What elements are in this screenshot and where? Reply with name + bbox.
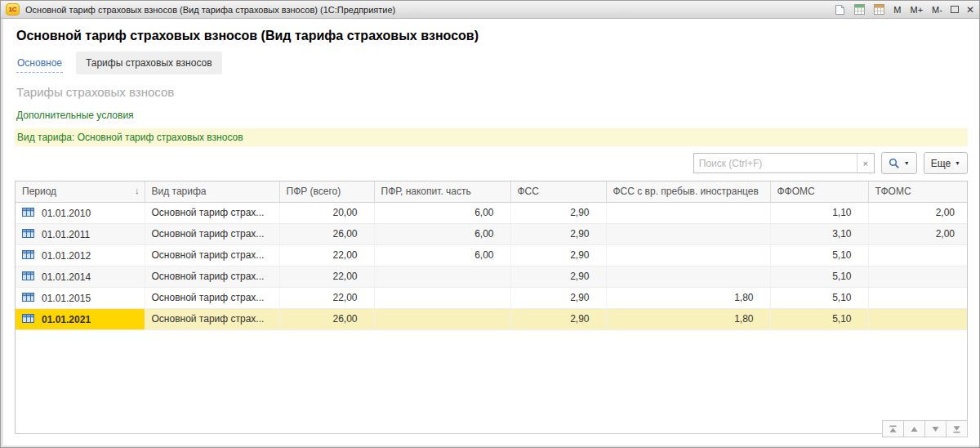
record-icon (22, 293, 34, 304)
memory-m-button[interactable]: M (893, 5, 902, 15)
period-cell[interactable]: 01.01.2011 (16, 223, 145, 244)
period-cell[interactable]: 01.01.2015 (16, 287, 145, 308)
tariff-kind-cell[interactable]: Основной тариф страх... (145, 202, 279, 223)
value-cell[interactable]: 2,00 (868, 223, 968, 244)
value-cell[interactable]: 2,00 (868, 202, 968, 223)
tariff-kind-cell[interactable]: Основной тариф страх... (145, 308, 279, 329)
tab-tariffs[interactable]: Тарифы страховых взносов (76, 52, 222, 74)
filter-bar: Вид тарифа: Основной тариф страховых взн… (15, 128, 968, 146)
period-value: 01.01.2015 (42, 292, 91, 303)
maximize-button[interactable] (951, 6, 959, 13)
table-row[interactable]: 01.01.2014Основной тариф страх...22,002,… (16, 266, 968, 287)
value-cell[interactable]: 5,10 (770, 244, 868, 266)
tariff-kind-cell[interactable]: Основной тариф страх... (145, 266, 279, 287)
list-toolbar: × ▼ Еще ▼ (3, 152, 968, 174)
value-cell[interactable] (374, 287, 510, 308)
memory-m-minus-button[interactable]: M- (931, 5, 943, 15)
tariff-kind-cell[interactable]: Основной тариф страх... (145, 244, 279, 266)
value-cell[interactable]: 22,00 (279, 287, 374, 308)
value-cell[interactable] (868, 308, 968, 329)
column-header[interactable]: Вид тарифа (145, 181, 279, 202)
value-cell[interactable]: 5,10 (770, 266, 868, 287)
value-cell[interactable]: 2,90 (510, 266, 606, 287)
table-row[interactable]: 01.01.2010Основной тариф страх...20,006,… (16, 202, 968, 223)
value-cell[interactable] (606, 223, 770, 244)
go-last-button[interactable] (946, 420, 968, 437)
nav-tabs: Основное Тарифы страховых взносов (16, 52, 979, 74)
value-cell[interactable]: 6,00 (374, 223, 510, 244)
value-cell[interactable] (374, 308, 510, 329)
value-cell[interactable]: 2,90 (510, 202, 606, 223)
value-cell[interactable] (606, 266, 770, 287)
1c-logo-icon: 1С (6, 3, 20, 16)
table-icon[interactable] (853, 4, 866, 16)
additional-conditions-link[interactable]: Дополнительные условия (16, 110, 979, 121)
sort-descending-icon: ↓ (135, 186, 140, 195)
column-header[interactable]: ПФР, накопит. часть (374, 181, 510, 202)
window-title: Основной тариф страховых взносов (Вид та… (25, 5, 395, 15)
table-row[interactable]: 01.01.2012Основной тариф страх...22,006,… (16, 244, 968, 266)
tariff-kind-cell[interactable]: Основной тариф страх... (145, 287, 279, 308)
calendar-icon[interactable] (873, 4, 885, 16)
value-cell[interactable]: 5,10 (770, 287, 868, 308)
value-cell[interactable]: 20,00 (279, 202, 374, 223)
page-down-button[interactable] (924, 420, 947, 437)
list-pagination (883, 420, 968, 437)
value-cell[interactable]: 2,90 (510, 244, 606, 266)
period-value: 01.01.2014 (42, 271, 91, 282)
page-up-button[interactable] (903, 420, 925, 437)
value-cell[interactable]: 3,10 (770, 223, 868, 244)
column-header[interactable]: ФСС (510, 181, 606, 202)
period-cell[interactable]: 01.01.2021 (16, 308, 145, 329)
memory-m-plus-button[interactable]: M+ (910, 5, 924, 15)
period-value: 01.01.2011 (42, 228, 90, 240)
period-cell[interactable]: 01.01.2014 (16, 266, 145, 287)
value-cell[interactable] (868, 244, 968, 266)
value-cell[interactable] (606, 202, 770, 223)
table-row[interactable]: 01.01.2015Основной тариф страх...22,002,… (16, 287, 968, 308)
value-cell[interactable] (868, 266, 968, 287)
value-cell[interactable] (606, 244, 770, 266)
more-button[interactable]: Еще ▼ (924, 152, 968, 174)
period-value: 01.01.2012 (42, 249, 91, 261)
value-cell[interactable]: 22,00 (279, 244, 374, 266)
tab-main[interactable]: Основное (16, 54, 63, 73)
document-icon[interactable] (834, 4, 846, 16)
value-cell[interactable]: 2,90 (510, 308, 606, 329)
column-header[interactable]: Период↓ (16, 181, 145, 202)
column-header[interactable]: ФФОМС (770, 181, 868, 202)
search-input[interactable] (694, 154, 857, 172)
value-cell[interactable]: 22,00 (279, 266, 374, 287)
tariff-kind-cell[interactable]: Основной тариф страх... (145, 223, 279, 244)
period-cell[interactable]: 01.01.2010 (16, 202, 145, 223)
value-cell[interactable]: 26,00 (279, 223, 374, 244)
value-cell[interactable]: 26,00 (279, 308, 374, 329)
close-button[interactable]: ✕ (966, 5, 974, 15)
value-cell[interactable]: 1,80 (606, 308, 770, 329)
column-header[interactable]: ТФОМС (868, 181, 968, 202)
column-header[interactable]: ФСС с вр. пребыв. иностранцев (606, 181, 770, 202)
value-cell[interactable] (374, 266, 510, 287)
chevron-down-icon: ▼ (904, 160, 910, 166)
value-cell[interactable]: 1,10 (770, 202, 868, 223)
page-title: Основной тариф страховых взносов (Вид та… (16, 29, 979, 43)
period-value: 01.01.2021 (42, 313, 91, 325)
period-cell[interactable]: 01.01.2012 (16, 244, 145, 266)
go-first-button[interactable] (882, 420, 904, 437)
clear-search-button[interactable]: × (857, 154, 874, 172)
search-settings-button[interactable]: ▼ (881, 152, 917, 174)
column-header[interactable]: ПФР (всего) (279, 181, 374, 202)
value-cell[interactable]: 1,80 (606, 287, 770, 308)
value-cell[interactable]: 2,90 (510, 287, 606, 308)
value-cell[interactable]: 5,10 (770, 308, 868, 329)
table-row[interactable]: 01.01.2021Основной тариф страх...26,002,… (16, 308, 968, 329)
period-value: 01.01.2010 (42, 207, 91, 218)
value-cell[interactable] (868, 287, 968, 308)
magnifier-icon (889, 158, 900, 169)
tariffs-table: Период↓Вид тарифаПФР (всего)ПФР, накопит… (15, 181, 968, 434)
value-cell[interactable]: 6,00 (374, 202, 510, 223)
table-row[interactable]: 01.01.2011Основной тариф страх...26,006,… (16, 223, 968, 244)
value-cell[interactable]: 6,00 (374, 244, 510, 266)
value-cell[interactable]: 2,90 (510, 223, 606, 244)
section-title: Тарифы страховых взносов (16, 85, 979, 99)
